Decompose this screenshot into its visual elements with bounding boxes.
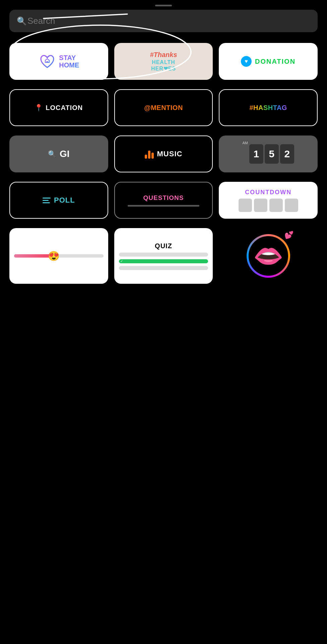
quiz-option-correct: ✓ (119, 259, 208, 263)
quiz-text: QUIZ (155, 242, 172, 250)
countdown-block-2 (254, 199, 267, 212)
sticker-questions[interactable]: QUESTIONS (114, 182, 213, 219)
poll-text: POLL (54, 196, 75, 205)
drag-handle (155, 5, 172, 6)
slider-emoji: 😍 (48, 251, 60, 262)
sticker-slider[interactable]: 😍 (9, 228, 108, 284)
stay-home-icon (38, 52, 56, 70)
sticker-gif[interactable]: 🔍 GI (9, 136, 108, 172)
hashtag-text: #HASHTAG (249, 104, 287, 112)
countdown-block-3 (269, 199, 283, 212)
sticker-mention[interactable]: @MENTION (114, 89, 213, 126)
sticker-quiz[interactable]: QUIZ ✓ (114, 228, 213, 284)
donation-heart-icon: ♥ (241, 56, 252, 67)
donation-text: DONATION (255, 58, 296, 65)
sticker-grid: STAYHOME #Thanks HEALTHHER❤ES ♥ DONATION… (0, 43, 327, 284)
face-emoji: 👄 (253, 242, 283, 270)
sticker-hashtag[interactable]: #HASHTAG (219, 89, 318, 126)
countdown-block-1 (239, 199, 252, 212)
countdown-blocks (239, 199, 298, 212)
gradient-face: 👄 💕 (247, 234, 290, 278)
sticker-emoji-face[interactable]: 👄 💕 (219, 228, 318, 284)
sticker-poll[interactable]: POLL (9, 182, 108, 219)
gif-search-icon: 🔍 (48, 150, 56, 158)
search-input[interactable] (9, 10, 318, 32)
gradient-face-inner: 👄 (249, 236, 288, 276)
poll-lines-icon (43, 198, 51, 203)
quiz-option-3 (119, 266, 208, 270)
countdown-text: COUNTDOWN (245, 189, 291, 196)
time-ampm: AM (242, 140, 248, 145)
search-icon: 🔍 (17, 16, 27, 26)
sticker-countdown[interactable]: COUNTDOWN (219, 182, 318, 219)
search-container: 🔍 (0, 10, 327, 32)
questions-text: QUESTIONS (143, 194, 184, 202)
time-digit-2: 5 (265, 144, 279, 164)
sticker-donation[interactable]: ♥ DONATION (219, 43, 318, 80)
mention-at: @MENT (144, 104, 171, 111)
location-text: LOCATION (46, 104, 83, 112)
quiz-check-icon: ✓ (120, 259, 123, 263)
time-digits: 1 5 2 (249, 144, 294, 164)
slider-track: 😍 (14, 254, 104, 258)
location-pin-icon: 📍 (35, 104, 43, 112)
music-text: MUSIC (157, 150, 183, 158)
hearts-decoration: 💕 (284, 231, 293, 239)
stay-home-text: STAYHOME (59, 54, 79, 69)
mention-ion: ION (171, 104, 183, 111)
sticker-music[interactable]: MUSIC (114, 136, 213, 172)
sticker-stay-home[interactable]: STAYHOME (9, 43, 108, 80)
sticker-time[interactable]: AM 1 5 2 (219, 136, 318, 172)
sticker-location[interactable]: 📍 LOCATION (9, 89, 108, 126)
countdown-block-4 (285, 199, 298, 212)
time-digit-1: 1 (249, 144, 263, 164)
quiz-option-1 (119, 253, 208, 257)
mention-text: @MENTION (144, 104, 183, 112)
time-digit-3: 2 (280, 144, 294, 164)
music-bars-icon (145, 149, 154, 159)
thanks-text: #Thanks (150, 51, 177, 59)
questions-bar (128, 205, 199, 207)
gif-label: GI (60, 149, 70, 159)
thanks-sub: HEALTHHER❤ES (151, 59, 176, 72)
sticker-thanks[interactable]: #Thanks HEALTHHER❤ES (114, 43, 213, 80)
